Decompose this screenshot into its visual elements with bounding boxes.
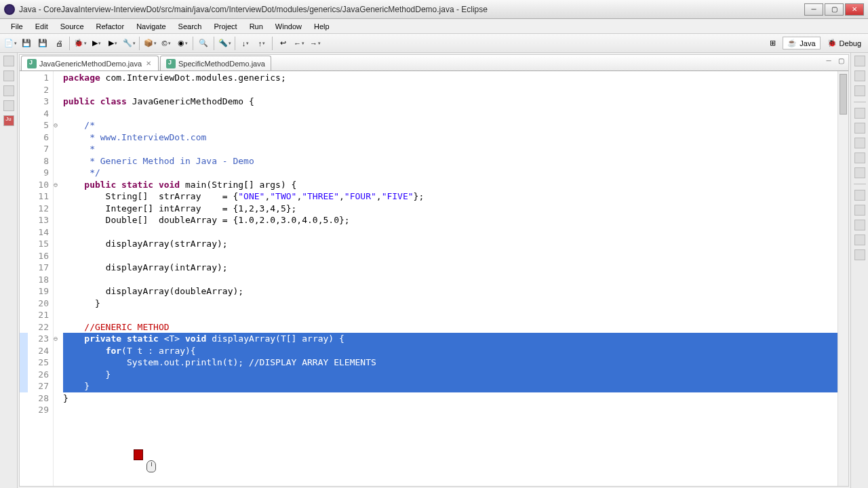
- perspective-label: Debug: [840, 39, 861, 47]
- editor-body[interactable]: 1234567891011121314151617181920212223242…: [20, 71, 848, 486]
- toolbar: 📄▾ 💾 💾 🖨 🐞▾ ▶▾ ▶▾ 🔧▾ 📦▾ ©▾ ◉▾ 🔍 🔦▾ ↓▾ ↑▾…: [0, 34, 868, 53]
- menu-refactor[interactable]: Refactor: [91, 21, 130, 32]
- perspective-java[interactable]: ☕Java: [783, 37, 820, 49]
- menu-search[interactable]: Search: [173, 21, 208, 32]
- new-type-button[interactable]: ◉▾: [175, 36, 190, 51]
- restore-right2-icon[interactable]: [854, 108, 865, 119]
- left-view-trim: Ju: [0, 53, 18, 488]
- titlebar: Java - CoreJavaInterview-InterviewDot/sr…: [0, 0, 868, 19]
- save-button[interactable]: 💾: [19, 36, 34, 51]
- menu-edit[interactable]: Edit: [30, 21, 54, 32]
- open-perspective-button[interactable]: ⊞: [765, 36, 780, 51]
- marker-bar: [20, 71, 28, 486]
- close-button[interactable]: ✕: [845, 3, 864, 16]
- debug-button[interactable]: 🐞▾: [73, 36, 87, 51]
- run-button[interactable]: ▶▾: [89, 36, 104, 51]
- menu-run[interactable]: Run: [244, 21, 269, 32]
- javadoc-icon[interactable]: [854, 138, 865, 148]
- maximize-view-icon[interactable]: ▢: [836, 57, 846, 66]
- synchronize-icon[interactable]: [854, 235, 865, 245]
- editor-area: JavaGenericMethodDemo.java✕SpecificMetho…: [19, 54, 849, 487]
- forward-button[interactable]: →▾: [308, 36, 323, 51]
- declaration-icon[interactable]: [854, 152, 865, 163]
- java-file-icon: [166, 59, 176, 68]
- right-view-trim: [850, 53, 868, 488]
- debug-persp-icon: 🐞: [827, 39, 837, 47]
- editor-tab[interactable]: SpecificMethodDemo.java: [160, 56, 271, 70]
- search-button[interactable]: 🔦▾: [217, 36, 232, 51]
- eclipse-icon: [4, 4, 15, 15]
- window-title: Java - CoreJavaInterview-InterviewDot/sr…: [19, 5, 804, 14]
- minimize-button[interactable]: ─: [804, 3, 823, 16]
- tab-label: JavaGenericMethodDemo.java: [39, 60, 142, 68]
- search-view-icon[interactable]: [854, 205, 865, 216]
- back-button[interactable]: ←▾: [292, 36, 307, 51]
- last-edit-button[interactable]: ↩: [275, 36, 290, 51]
- restore-right-icon[interactable]: [854, 56, 865, 66]
- java-file-icon: [27, 59, 37, 68]
- package-explorer-icon[interactable]: [3, 70, 14, 81]
- new-class-button[interactable]: ©▾: [159, 36, 174, 51]
- tab-label: SpecificMethodDemo.java: [178, 60, 265, 68]
- folding-column[interactable]: ⊖⊖⊖: [54, 71, 60, 486]
- restore-icon[interactable]: [3, 56, 14, 66]
- hierarchy-icon[interactable]: [3, 85, 14, 96]
- perspective-label: Java: [800, 39, 815, 47]
- line-numbers: 1234567891011121314151617181920212223242…: [28, 71, 54, 486]
- external-tools-button[interactable]: 🔧▾: [121, 36, 136, 51]
- menubar: FileEditSourceRefactorNavigateSearchProj…: [0, 19, 868, 34]
- open-type-button[interactable]: 🔍: [196, 36, 211, 51]
- vertical-scrollbar[interactable]: [837, 71, 848, 486]
- navigator-icon[interactable]: [3, 100, 14, 111]
- problems-icon[interactable]: [854, 123, 865, 134]
- menu-project[interactable]: Project: [208, 21, 242, 32]
- next-annotation-button[interactable]: ↓▾: [238, 36, 253, 51]
- java-persp-icon: ☕: [787, 39, 797, 47]
- print-button[interactable]: 🖨: [52, 36, 66, 51]
- history-icon[interactable]: [854, 220, 865, 230]
- new-package-button[interactable]: 📦▾: [142, 36, 157, 51]
- new-button[interactable]: 📄▾: [3, 36, 18, 51]
- progress-icon[interactable]: [854, 249, 865, 260]
- minimize-view-icon[interactable]: ─: [824, 57, 833, 66]
- console-icon[interactable]: [854, 167, 865, 178]
- editor-tab[interactable]: JavaGenericMethodDemo.java✕: [21, 56, 159, 70]
- restore-right3-icon[interactable]: [854, 190, 865, 201]
- menu-navigate[interactable]: Navigate: [131, 21, 171, 32]
- close-tab-icon[interactable]: ✕: [144, 60, 153, 67]
- junit-icon[interactable]: Ju: [3, 115, 14, 126]
- run-last-button[interactable]: ▶▾: [105, 36, 120, 51]
- task-list-icon[interactable]: [854, 70, 865, 81]
- text-cursor-icon: [134, 449, 143, 460]
- code-content[interactable]: package com.InterviewDot.modules.generic…: [60, 71, 837, 486]
- menu-help[interactable]: Help: [309, 21, 335, 32]
- menu-source[interactable]: Source: [55, 21, 90, 32]
- maximize-button[interactable]: ▢: [825, 3, 844, 16]
- outline-icon[interactable]: [854, 85, 865, 96]
- prev-annotation-button[interactable]: ↑▾: [254, 36, 269, 51]
- save-all-button[interactable]: 💾: [35, 36, 50, 51]
- menu-window[interactable]: Window: [270, 21, 307, 32]
- perspective-debug[interactable]: 🐞Debug: [823, 37, 865, 49]
- editor-tabs: JavaGenericMethodDemo.java✕SpecificMetho…: [20, 55, 848, 71]
- menu-file[interactable]: File: [5, 21, 28, 32]
